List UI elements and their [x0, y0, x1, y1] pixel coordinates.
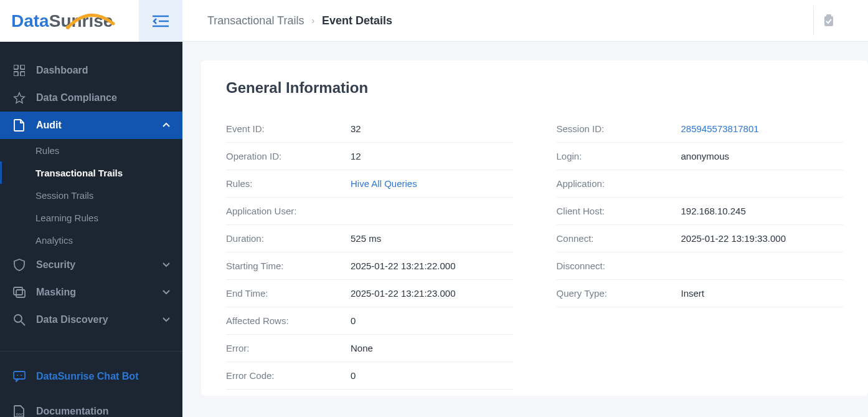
svg-rect-8 — [14, 287, 22, 295]
svg-rect-4 — [14, 65, 18, 69]
search-icon — [12, 313, 26, 327]
info-row: Event ID:32 — [226, 115, 513, 143]
sidebar: DataSunrise Dashboard Data Compliance — [0, 0, 182, 417]
shield-icon — [12, 258, 26, 272]
info-value: 0 — [351, 370, 356, 381]
sidebar-subitem-rules[interactable]: Rules — [0, 139, 182, 161]
sidebar-subitem-analytics[interactable]: Analytics — [0, 229, 182, 251]
info-label: Disconnect: — [557, 261, 681, 271]
sidebar-item-audit[interactable]: Audit — [0, 112, 182, 139]
sidebar-item-label: Security — [36, 259, 75, 271]
info-label: Connect: — [557, 233, 681, 244]
sidebar-item-label: Data Compliance — [36, 92, 117, 103]
info-value: 2025-01-22 13:21:23.000 — [351, 288, 455, 299]
nav-bottom: DataSunrise Chat Bot DOC Documentation — [0, 351, 182, 417]
general-info-card: General Information Event ID:32Operation… — [201, 60, 868, 396]
sidebar-item-label: Analytics — [35, 235, 73, 246]
sidebar-item-label: Dashboard — [36, 65, 88, 76]
info-row: Client Host:192.168.10.245 — [557, 198, 844, 225]
sidebar-item-label: Transactional Trails — [35, 168, 123, 178]
info-value: 12 — [351, 151, 361, 161]
svg-text:DOC: DOC — [16, 413, 24, 416]
sidebar-item-label: Audit — [36, 120, 62, 131]
info-label: Login: — [557, 151, 681, 161]
info-row: Error Code:0 — [226, 362, 513, 390]
info-label: Event ID: — [226, 123, 351, 134]
sidebar-subitem-transactional-trails[interactable]: Transactional Trails — [0, 161, 182, 184]
info-label: Application: — [557, 178, 681, 189]
info-label: Session ID: — [557, 123, 681, 134]
doc-icon: DOC — [12, 405, 26, 417]
chevron-up-icon — [163, 123, 170, 128]
info-row: Error:None — [226, 335, 513, 362]
info-value[interactable]: 285945573817801 — [681, 123, 759, 134]
svg-rect-17 — [826, 14, 831, 17]
sidebar-item-label: Session Trails — [35, 190, 93, 201]
section-title: General Information — [226, 79, 843, 97]
info-label: Application User: — [226, 206, 351, 216]
sidebar-subitem-session-trails[interactable]: Session Trails — [0, 184, 182, 206]
svg-point-10 — [14, 315, 22, 322]
sidebar-item-label: Learning Rules — [35, 213, 98, 223]
sidebar-subitem-learning-rules[interactable]: Learning Rules — [0, 206, 182, 229]
breadcrumb: Transactional Trails › Event Details — [207, 14, 392, 27]
nav: Dashboard Data Compliance Audit Rules Tr… — [0, 42, 182, 417]
main: Transactional Trails › Event Details Gen… — [182, 0, 868, 417]
info-value: 0 — [351, 315, 356, 326]
sidebar-item-dashboard[interactable]: Dashboard — [0, 57, 182, 84]
svg-line-11 — [21, 322, 25, 325]
info-row: End Time:2025-01-22 13:21:23.000 — [226, 280, 513, 307]
info-row: Application: — [557, 170, 844, 198]
info-row: Disconnect: — [557, 252, 844, 280]
sidebar-item-label: Data Discovery — [36, 314, 108, 325]
info-label: Rules: — [226, 178, 351, 189]
info-row: Rules:Hive All Queries — [226, 170, 513, 198]
info-col-left: Event ID:32Operation ID:12Rules:Hive All… — [226, 115, 513, 390]
logo[interactable]: DataSunrise — [0, 11, 139, 31]
sidebar-header: DataSunrise — [0, 0, 182, 42]
sidebar-item-data-compliance[interactable]: Data Compliance — [0, 84, 182, 112]
info-row: Query Type:Insert — [557, 280, 844, 307]
svg-point-13 — [17, 375, 18, 376]
sidebar-item-security[interactable]: Security — [0, 251, 182, 279]
info-value: 32 — [351, 123, 361, 134]
topbar: Transactional Trails › Event Details — [182, 0, 868, 42]
info-row: Login:anonymous — [557, 143, 844, 170]
info-grid: Event ID:32Operation ID:12Rules:Hive All… — [226, 115, 843, 390]
dashboard-icon — [12, 64, 26, 77]
masking-icon — [12, 285, 26, 299]
audit-submenu: Rules Transactional Trails Session Trail… — [0, 139, 182, 251]
info-label: Query Type: — [557, 288, 681, 299]
sidebar-item-chat-bot[interactable]: DataSunrise Chat Bot — [0, 363, 182, 390]
info-row: Affected Rows:0 — [226, 307, 513, 335]
sidebar-item-masking[interactable]: Masking — [0, 279, 182, 306]
info-value: None — [351, 343, 373, 353]
info-row: Starting Time:2025-01-22 13:21:22.000 — [226, 252, 513, 280]
info-value: 2025-01-22 13:21:22.000 — [351, 261, 455, 271]
star-icon — [12, 91, 26, 105]
sidebar-item-data-discovery[interactable]: Data Discovery — [0, 306, 182, 333]
svg-rect-12 — [14, 371, 25, 379]
chevron-down-icon — [163, 317, 170, 322]
breadcrumb-parent[interactable]: Transactional Trails — [207, 14, 304, 27]
info-value[interactable]: Hive All Queries — [351, 178, 417, 189]
info-col-right: Session ID:285945573817801Login:anonymou… — [557, 115, 844, 390]
chevron-down-icon — [163, 290, 170, 295]
menu-collapse-icon — [153, 14, 169, 28]
breadcrumb-current: Event Details — [322, 14, 392, 27]
info-label: Error Code: — [226, 370, 351, 381]
info-value: 192.168.10.245 — [681, 206, 746, 216]
sidebar-toggle-button[interactable] — [139, 0, 182, 42]
svg-rect-16 — [824, 16, 833, 26]
svg-point-14 — [21, 375, 22, 376]
info-value: Insert — [681, 288, 705, 299]
info-label: Affected Rows: — [226, 315, 351, 326]
sidebar-item-documentation[interactable]: DOC Documentation — [0, 398, 182, 417]
chevron-right-icon: › — [311, 16, 314, 26]
svg-rect-7 — [21, 72, 25, 76]
content: General Information Event ID:32Operation… — [182, 42, 868, 417]
chat-icon — [12, 370, 26, 383]
info-value: 525 ms — [351, 233, 381, 244]
clipboard-button[interactable] — [813, 6, 843, 36]
svg-rect-9 — [16, 290, 25, 297]
